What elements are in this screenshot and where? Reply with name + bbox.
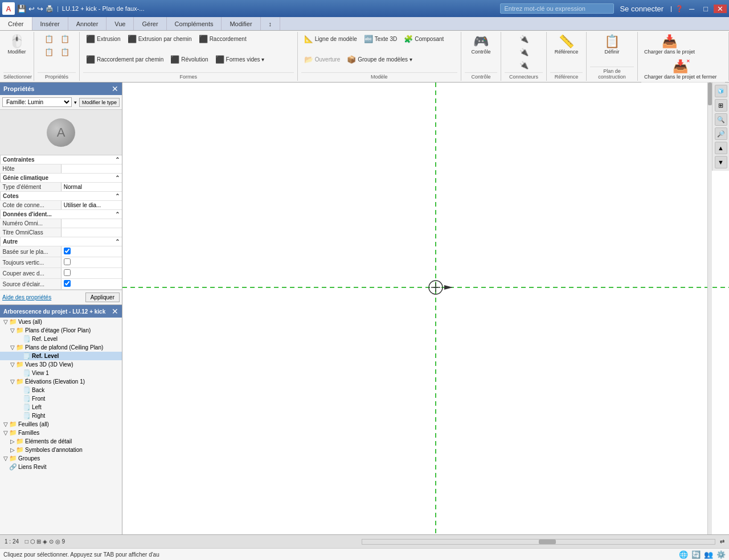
prop-btn-4[interactable]: 📋 [58,46,72,58]
texte-3d-button[interactable]: 🔤 Texte 3D [361,33,400,45]
family-dropdown[interactable]: Famille: Lumin [2,97,72,107]
tree-liens-revit[interactable]: 🔗 Liens Revit [0,463,122,471]
minimize-button[interactable]: ─ [686,5,698,13]
view-cube[interactable]: 🧊 [715,85,727,97]
raccordement-button[interactable]: ⬛ Raccordement [196,33,249,45]
composant-button[interactable]: 🧩 Composant [401,33,447,45]
prop-titre-value[interactable] [61,228,122,237]
modifier-button[interactable]: 🖱️ Modifier [5,33,28,57]
settings-icon[interactable]: ⚙️ [716,550,726,559]
controle-button[interactable]: 🎮 Contrôle [468,33,493,57]
tree-elevations[interactable]: ▽ 📁 Élévations (Elevation 1) [0,377,122,386]
help-icon[interactable]: ❓ [675,5,683,13]
definir-button[interactable]: 📋 Définir [600,33,624,57]
collab-icon[interactable]: 👥 [704,550,713,559]
prop-source-value[interactable] [61,279,122,290]
view-icon-7[interactable]: 9 [62,538,65,545]
tree-front[interactable]: 🗒️ Front [0,394,122,403]
sync-icon[interactable]: ⇄ [720,538,724,545]
tree-elements-detail[interactable]: ▷ 📁 Eléments de détail [0,437,122,446]
view-icon-5[interactable]: ⊙ [49,538,54,545]
canvas-scroll-thumb[interactable] [708,83,712,105]
connecteur-btn-2[interactable]: 🔌 [517,46,531,58]
toujours-checkbox[interactable] [64,258,71,265]
ligne-modele-button[interactable]: 📐 Ligne de modèle [301,33,360,45]
ouverture-button[interactable]: 📂 Ouverture [301,53,343,65]
tree-left[interactable]: 🗒️ Left [0,403,122,411]
tree-ref-level-1[interactable]: 🗒️ Ref. Level [0,335,122,343]
connecteur-btn-3[interactable]: 🔌 [517,59,531,71]
network-icon[interactable]: 🌐 [679,550,688,559]
genie-collapse[interactable]: ⌃ [115,175,120,181]
prop-btn-3[interactable]: 📋 [42,46,56,58]
view-icon-1[interactable]: □ [25,538,28,545]
reference-button[interactable]: 📏 Référence [552,33,581,57]
view-icon-6[interactable]: ◎ [55,538,60,545]
view-icon-3[interactable]: ⊞ [36,538,41,545]
h-scroll-thumb[interactable] [539,540,556,544]
couper-checkbox[interactable] [64,269,71,276]
maximize-button[interactable]: □ [700,5,711,13]
prop-hote-value[interactable] [61,164,122,174]
source-checkbox[interactable] [64,280,71,287]
tree-plans-etage[interactable]: ▽ 📁 Plans d'étage (Floor Plan) [0,326,122,335]
navigate-down-button[interactable]: ▼ [715,156,727,168]
tab-modifier[interactable]: Modifier [222,17,260,30]
basee-checkbox[interactable] [64,248,71,254]
zoom-fit-button[interactable]: ⊞ [715,99,727,112]
search-input[interactable] [500,3,614,14]
tab-expand[interactable]: ↕ [261,17,281,30]
prop-numero-value[interactable] [61,219,122,228]
sync-status-icon[interactable]: 🔄 [691,550,701,559]
zoom-in-button[interactable]: 🔍 [715,113,727,126]
view-icon-2[interactable]: ⬡ [30,538,35,545]
charger-projet-fermer-button[interactable]: 📥✕ Charger dans le projet et fermer [641,58,720,82]
zoom-out-button[interactable]: 🔎 [715,127,727,140]
tab-annoter[interactable]: Annoter [68,17,107,30]
prop-type-value[interactable]: Normal [61,183,122,192]
connecteur-btn-1[interactable]: 🔌 [517,33,531,45]
tab-creer[interactable]: Créer [0,17,32,30]
tree-groupes[interactable]: ▽ 📁 Groupes [0,454,122,463]
connect-button[interactable]: Se connecter [616,5,667,13]
prop-couper-value[interactable] [61,268,122,279]
raccordement-chemin-button[interactable]: ⬛ Raccordement par chemin [83,53,166,65]
prop-toujours-value[interactable] [61,257,122,268]
tab-gerer[interactable]: Gérer [134,17,166,30]
close-button[interactable]: ✕ [714,5,727,13]
apply-button[interactable]: Appliquer [85,293,120,302]
tab-vue[interactable]: Vue [107,17,134,30]
canvas-scrollbar[interactable] [707,83,712,534]
help-link[interactable]: Aide des propriétés [2,294,51,300]
extrusion-button[interactable]: ⬛ Extrusion [83,33,124,45]
prop-btn-2[interactable]: 📋 [58,33,72,45]
print-icon[interactable]: 🖨️ [46,5,54,13]
prop-btn-1[interactable]: 📋 [42,33,56,45]
autre-collapse[interactable]: ⌃ [115,238,120,245]
donnees-collapse[interactable]: ⌃ [115,211,120,217]
properties-close-button[interactable]: ✕ [112,84,118,93]
extrusion-chemin-button[interactable]: ⬛ Extrusion par chemin [125,33,195,45]
tree-feuilles[interactable]: ▽ 📁 Feuilles (all) [0,420,122,429]
tree-view-1[interactable]: 🗒️ View 1 [0,369,122,377]
undo-icon[interactable]: ↩ [28,5,35,13]
charger-projet-button[interactable]: 📥 Charger dans le projet [641,33,698,57]
redo-icon[interactable]: ↪ [37,5,43,13]
tree-back[interactable]: 🗒️ Back [0,386,122,394]
contraintes-collapse[interactable]: ⌃ [115,157,120,163]
prop-cote-value[interactable]: Utiliser le dia... [61,201,122,210]
cotes-collapse[interactable]: ⌃ [115,193,120,199]
navigate-up-button[interactable]: ▲ [715,142,727,154]
groupe-modeles-button[interactable]: 📦 Groupe de modèles ▾ [344,53,415,65]
modify-type-button[interactable]: Modifier le type [79,98,120,107]
tree-right[interactable]: 🗒️ Right [0,411,122,420]
browser-close-button[interactable]: ✕ [112,307,118,316]
prop-basee-value[interactable] [61,246,122,257]
tree-vues-3d[interactable]: ▽ 📁 Vues 3D (3D View) [0,360,122,369]
save-icon[interactable]: 💾 [17,5,26,13]
view-icon-4[interactable]: ◈ [43,538,47,545]
tree-vues-all[interactable]: ▽ 📁 Vues (all) [0,318,122,326]
revolution-button[interactable]: ⬛ Révolution [167,53,211,65]
horizontal-scrollbar[interactable] [362,539,715,545]
formes-vides-button[interactable]: ⬛ Formes vides ▾ [212,53,268,65]
